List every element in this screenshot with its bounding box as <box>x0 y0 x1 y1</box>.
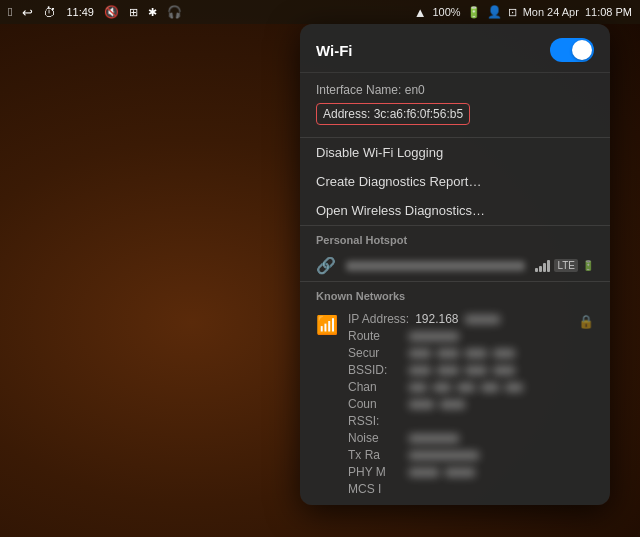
country-blurred-1 <box>409 400 434 409</box>
known-network-item: 📶 IP Address: 192.168 Route Secur BSSID: <box>300 306 610 505</box>
battery-percent: 100% <box>433 6 461 18</box>
mute-icon: 🔇 <box>104 5 119 19</box>
lock-icon: 🔒 <box>578 314 594 329</box>
hotspot-battery: 🔋 <box>582 260 594 271</box>
detail-rssi: RSSI: <box>348 414 594 428</box>
bssid-blurred-3 <box>465 366 487 375</box>
phy-label: PHY M <box>348 465 403 479</box>
sec-blurred-3 <box>465 349 487 358</box>
time-icon: ⏱ <box>43 5 56 20</box>
phy-blurred-1 <box>409 468 439 477</box>
route-blurred <box>409 332 459 341</box>
noise-blurred <box>409 434 459 443</box>
bluetooth-icon: ✱ <box>148 6 157 19</box>
back-icon[interactable]: ↩ <box>22 5 33 20</box>
clock-display: 11:49 <box>66 6 94 18</box>
disable-wifi-logging-item[interactable]: Disable Wi-Fi Logging <box>300 138 610 167</box>
sec-blurred-4 <box>493 349 515 358</box>
address-row: Address: 3c:a6:f6:0f:56:b5 <box>316 103 470 125</box>
lte-badge: LTE <box>554 259 578 272</box>
screen2-icon: ⊡ <box>508 6 517 19</box>
signal-bar-3 <box>543 263 546 272</box>
signal-bars <box>535 260 550 272</box>
bssid-label: BSSID: <box>348 363 403 377</box>
known-networks-header: Known Networks <box>300 282 610 306</box>
mcs-label: MCS I <box>348 482 403 496</box>
wifi-panel-title: Wi-Fi <box>316 42 353 59</box>
wifi-toggle[interactable] <box>550 38 594 62</box>
chan-blurred-5 <box>505 383 523 392</box>
hotspot-name-blurred <box>346 261 525 271</box>
battery-icon: 🔋 <box>467 6 481 19</box>
txrate-blurred <box>409 451 479 460</box>
detail-bssid: BSSID: <box>348 363 594 377</box>
detail-channel: Chan <box>348 380 594 394</box>
detail-route: Route <box>348 329 594 343</box>
wifi-panel: Wi-Fi Interface Name: en0 Address: 3c:a6… <box>300 24 610 505</box>
rssi-label: RSSI: <box>348 414 403 428</box>
create-diagnostics-item[interactable]: Create Diagnostics Report… <box>300 167 610 196</box>
screen-icon: ⊞ <box>129 6 138 19</box>
personal-hotspot-header: Personal Hotspot <box>300 226 610 250</box>
bssid-blurred-2 <box>437 366 459 375</box>
signal-bar-1 <box>535 268 538 272</box>
hotspot-link-icon: 🔗 <box>316 256 336 275</box>
security-label: Secur <box>348 346 403 360</box>
detail-txrate: Tx Ra <box>348 448 594 462</box>
menu-bar-left:  ↩ ⏱ 11:49 🔇 ⊞ ✱ 🎧 <box>8 5 182 20</box>
detail-mcs: MCS I <box>348 482 594 496</box>
detail-phy: PHY M <box>348 465 594 479</box>
date-display: Mon 24 Apr <box>523 6 579 18</box>
ip-value: 192.168 <box>415 312 458 326</box>
signal-bar-4 <box>547 260 550 272</box>
ip-blurred <box>465 315 500 324</box>
bssid-blurred-4 <box>493 366 515 375</box>
ip-label: IP Address: <box>348 312 409 326</box>
time-display: 11:08 PM <box>585 6 632 18</box>
open-wireless-diagnostics-item[interactable]: Open Wireless Diagnostics… <box>300 196 610 225</box>
channel-label: Chan <box>348 380 403 394</box>
sec-blurred-1 <box>409 349 431 358</box>
chan-blurred-1 <box>409 383 427 392</box>
detail-ip: IP Address: 192.168 <box>348 312 594 326</box>
interface-name-row: Interface Name: en0 <box>316 83 594 97</box>
chan-blurred-3 <box>457 383 475 392</box>
sec-blurred-2 <box>437 349 459 358</box>
bssid-blurred-1 <box>409 366 431 375</box>
detail-security: Secur <box>348 346 594 360</box>
signal-bar-2 <box>539 266 542 272</box>
menu-bar-right: ▲ 100% 🔋 👤 ⊡ Mon 24 Apr 11:08 PM <box>414 5 632 20</box>
network-details: IP Address: 192.168 Route Secur BSSID: <box>348 312 594 499</box>
wifi-menubar-icon[interactable]: ▲ <box>414 5 427 20</box>
route-label: Route <box>348 329 403 343</box>
phy-blurred-2 <box>445 468 475 477</box>
country-label: Coun <box>348 397 403 411</box>
hotspot-row: 🔗 LTE 🔋 <box>300 250 610 281</box>
hotspot-signal: LTE 🔋 <box>535 259 594 272</box>
headphone-icon: 🎧 <box>167 5 182 19</box>
wifi-header: Wi-Fi <box>300 24 610 73</box>
apple-icon[interactable]:  <box>8 5 12 19</box>
wifi-connected-icon: 📶 <box>316 314 338 336</box>
wifi-info-section: Interface Name: en0 Address: 3c:a6:f6:0f… <box>300 73 610 137</box>
user-icon: 👤 <box>487 5 502 19</box>
menu-bar:  ↩ ⏱ 11:49 🔇 ⊞ ✱ 🎧 ▲ 100% 🔋 👤 ⊡ Mon 24 … <box>0 0 640 24</box>
txrate-label: Tx Ra <box>348 448 403 462</box>
noise-label: Noise <box>348 431 403 445</box>
detail-noise: Noise <box>348 431 594 445</box>
detail-country: Coun <box>348 397 594 411</box>
chan-blurred-2 <box>433 383 451 392</box>
country-blurred-2 <box>440 400 465 409</box>
chan-blurred-4 <box>481 383 499 392</box>
